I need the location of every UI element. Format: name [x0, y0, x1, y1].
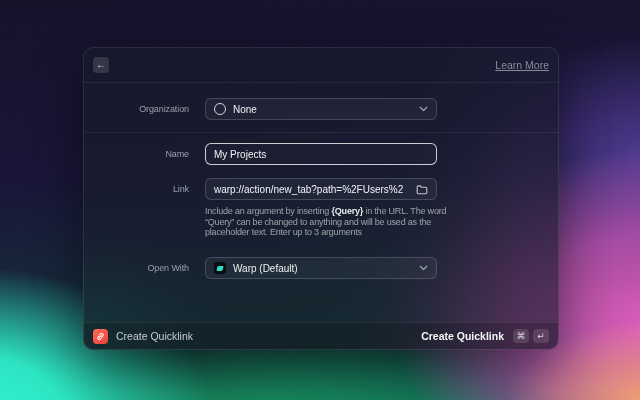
open-with-value: Warp (Default) [233, 263, 298, 274]
chevron-down-icon [419, 265, 428, 271]
link-input[interactable] [214, 184, 403, 195]
learn-more-link[interactable]: Learn More [495, 59, 549, 71]
link-help-line1: Include an argument by inserting {Query}… [205, 206, 475, 217]
link-field-container [205, 178, 437, 200]
name-input[interactable] [214, 149, 428, 160]
warp-app-icon [214, 262, 226, 274]
open-with-dropdown[interactable]: Warp (Default) [205, 257, 437, 279]
name-field-container [205, 143, 437, 165]
command-title: Create Quicklink [116, 330, 193, 342]
quicklink-icon [93, 329, 108, 344]
folder-icon[interactable] [416, 184, 428, 195]
primary-action-label: Create Quicklink [421, 330, 504, 342]
name-label: Name [84, 149, 189, 159]
primary-action[interactable]: Create Quicklink ⌘ ↵ [421, 329, 549, 343]
link-help-line2: “Query” can be changed to anything and w… [205, 217, 475, 228]
organization-row: Organization None [84, 98, 558, 120]
organization-circle-icon [214, 103, 226, 115]
create-quicklink-dialog: ← Learn More Organization None Name Link [83, 47, 559, 350]
link-row: Link [84, 178, 558, 200]
link-label: Link [84, 184, 189, 194]
chevron-down-icon [419, 106, 428, 112]
action-bar: Create Quicklink Create Quicklink ⌘ ↵ [84, 322, 558, 349]
desktop-background: ← Learn More Organization None Name Link [0, 0, 640, 400]
open-with-row: Open With Warp (Default) [84, 257, 558, 279]
organization-dropdown[interactable]: None [205, 98, 437, 120]
back-button[interactable]: ← [93, 57, 109, 73]
open-with-label: Open With [84, 263, 189, 273]
link-help-line3: placeholder text. Enter up to 3 argument… [205, 227, 475, 238]
command-key-badge: ⌘ [513, 329, 529, 343]
organization-value: None [233, 104, 257, 115]
return-key-badge: ↵ [533, 329, 549, 343]
query-token: {Query} [331, 206, 363, 216]
command-info: Create Quicklink [93, 329, 193, 344]
arrow-left-icon: ← [96, 60, 106, 70]
dialog-header: ← Learn More [84, 48, 558, 83]
name-row: Name [84, 143, 558, 165]
organization-label: Organization [84, 104, 189, 114]
link-help-text: Include an argument by inserting {Query}… [205, 206, 475, 238]
